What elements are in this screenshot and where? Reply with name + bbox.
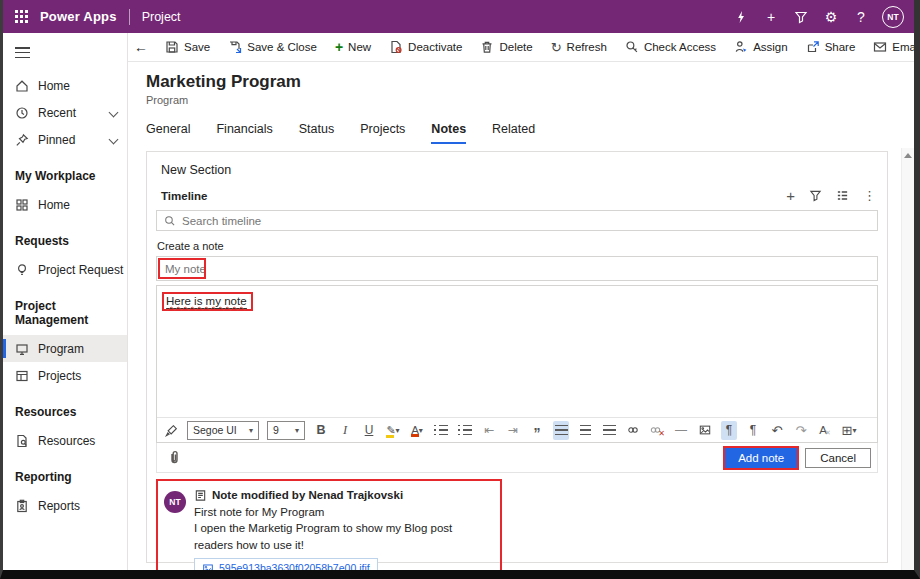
- rtl-direction-icon[interactable]: ¶: [745, 421, 761, 440]
- align-left-icon[interactable]: [553, 421, 569, 440]
- sidebar-group-requests: Requests: [3, 218, 127, 256]
- tab-notes[interactable]: Notes: [431, 122, 466, 144]
- cancel-button[interactable]: Cancel: [805, 448, 871, 468]
- tab-financials[interactable]: Financials: [216, 122, 272, 144]
- record-entity-type: Program: [146, 94, 914, 106]
- sitemap-sidebar: Home Recent Pinned My Workplace Home Req…: [3, 33, 128, 570]
- link-icon[interactable]: [625, 421, 641, 440]
- sidebar-group-my-workplace: My Workplace: [3, 153, 127, 191]
- timeline-more-commands-icon[interactable]: ⋮: [863, 188, 876, 203]
- timeline-header: Timeline + ⋮: [156, 187, 878, 210]
- align-right-icon[interactable]: [601, 421, 617, 440]
- sidebar-item-reports[interactable]: Reports: [3, 492, 127, 519]
- redo-icon[interactable]: ↷: [793, 421, 809, 440]
- clear-formatting-icon[interactable]: A✕: [817, 421, 833, 440]
- bullet-list-icon[interactable]: [433, 421, 449, 440]
- monitor-icon: [15, 342, 29, 356]
- note-record-card[interactable]: NT Note modified by Nenad Trajkovski Fir…: [156, 479, 502, 570]
- sidebar-item-home[interactable]: Home: [3, 72, 127, 99]
- sidebar-item-project-request[interactable]: Project Request: [3, 256, 127, 283]
- deactivate-button[interactable]: Deactivate: [380, 33, 471, 61]
- new-button[interactable]: + New: [326, 33, 380, 61]
- note-author-avatar: NT: [164, 491, 186, 513]
- chevron-down-icon[interactable]: [109, 135, 119, 145]
- grid-table-icon: [15, 369, 29, 383]
- note-header-text: Note modified by Nenad Trajkovski: [212, 487, 403, 504]
- italic-icon[interactable]: I: [337, 421, 353, 440]
- waffle-icon[interactable]: [15, 10, 28, 23]
- sidebar-item-pinned[interactable]: Pinned: [3, 126, 127, 153]
- form-scrollbar[interactable]: [901, 148, 914, 570]
- sidebar-item-projects[interactable]: Projects: [3, 362, 127, 389]
- app-brand[interactable]: Power Apps: [40, 9, 117, 24]
- decrease-indent-icon[interactable]: ⇤: [481, 421, 497, 440]
- align-center-icon[interactable]: [577, 421, 593, 440]
- caret-down-icon: ▾: [249, 426, 253, 435]
- format-painter-icon[interactable]: [163, 421, 179, 440]
- help-icon[interactable]: ?: [846, 0, 876, 33]
- settings-gear-icon[interactable]: ⚙: [816, 0, 846, 33]
- highlight-color-icon[interactable]: ✎▾: [385, 421, 401, 440]
- environment-name[interactable]: Project: [142, 10, 181, 24]
- note-attachment-chip[interactable]: 595e913ba3630f02058b7e00.jfif: [194, 558, 378, 570]
- font-name-select[interactable]: Segoe UI▾: [187, 421, 259, 440]
- timeline-filter-icon[interactable]: [809, 189, 822, 202]
- note-line-2: I open the Marketig Program to show my B…: [194, 520, 492, 553]
- section-title: New Section: [156, 159, 878, 187]
- back-icon[interactable]: ←: [134, 39, 148, 55]
- flash-icon[interactable]: [726, 0, 756, 33]
- plus-icon: +: [335, 40, 343, 54]
- insert-image-icon[interactable]: [697, 421, 713, 440]
- underline-icon[interactable]: U: [361, 421, 377, 440]
- sidebar-item-program[interactable]: Program: [3, 335, 127, 362]
- assign-button[interactable]: Assign: [725, 33, 797, 61]
- note-body-editor[interactable]: Here is my note: [157, 286, 877, 417]
- grid-home-icon: [15, 198, 29, 212]
- increase-indent-icon[interactable]: ⇥: [505, 421, 521, 440]
- font-color-icon[interactable]: A▾: [409, 421, 425, 440]
- timeline-expand-records-icon[interactable]: [836, 189, 849, 202]
- blockquote-icon[interactable]: ”: [529, 421, 545, 440]
- add-note-button[interactable]: Add note: [725, 448, 797, 468]
- chevron-down-icon[interactable]: [109, 108, 119, 118]
- paperclip-icon[interactable]: [167, 450, 181, 465]
- lightbulb-icon: [15, 263, 29, 277]
- email-a-link-button[interactable]: Email a L: [864, 33, 920, 61]
- save-button[interactable]: Save: [156, 33, 219, 61]
- refresh-button[interactable]: ↻ Refresh: [542, 33, 616, 61]
- ltr-direction-icon[interactable]: ¶: [721, 421, 737, 440]
- key-magnifier-icon: [625, 40, 639, 54]
- search-timeline-input[interactable]: [182, 215, 870, 227]
- unlink-icon[interactable]: ✕: [649, 421, 665, 440]
- user-avatar[interactable]: NT: [882, 6, 904, 28]
- timeline-add-icon[interactable]: +: [786, 187, 795, 204]
- check-access-button[interactable]: Check Access: [616, 33, 725, 61]
- timeline-label: Timeline: [161, 190, 207, 202]
- share-button[interactable]: Share: [797, 33, 865, 61]
- tab-projects[interactable]: Projects: [360, 122, 405, 144]
- hamburger-menu-icon[interactable]: [15, 47, 30, 58]
- quick-create-icon[interactable]: +: [756, 0, 786, 33]
- font-size-select[interactable]: 9▾: [267, 421, 305, 440]
- tab-related[interactable]: Related: [492, 122, 535, 144]
- scroll-up-arrow[interactable]: [904, 153, 912, 158]
- save-and-close-button[interactable]: Save & Close: [219, 33, 326, 61]
- numbered-list-icon[interactable]: [457, 421, 473, 440]
- sidebar-item-resources[interactable]: Resources: [3, 427, 127, 454]
- tab-status[interactable]: Status: [299, 122, 334, 144]
- filter-icon[interactable]: [786, 0, 816, 33]
- refresh-icon: ↻: [551, 40, 562, 55]
- sidebar-group-project-management: Project Management: [3, 283, 127, 335]
- assign-person-icon: [734, 40, 748, 54]
- insert-table-icon[interactable]: ⊞▾: [841, 421, 857, 440]
- sidebar-item-workplace-home[interactable]: Home: [3, 191, 127, 218]
- undo-icon[interactable]: ↶: [769, 421, 785, 440]
- delete-button[interactable]: Delete: [471, 33, 541, 61]
- timeline-searchbox[interactable]: [156, 210, 878, 231]
- bold-icon[interactable]: B: [313, 421, 329, 440]
- note-title-input[interactable]: [156, 256, 878, 281]
- sidebar-item-recent[interactable]: Recent: [3, 99, 127, 126]
- note-icon: [194, 489, 207, 502]
- tab-general[interactable]: General: [146, 122, 190, 144]
- horizontal-line-icon[interactable]: —: [673, 421, 689, 440]
